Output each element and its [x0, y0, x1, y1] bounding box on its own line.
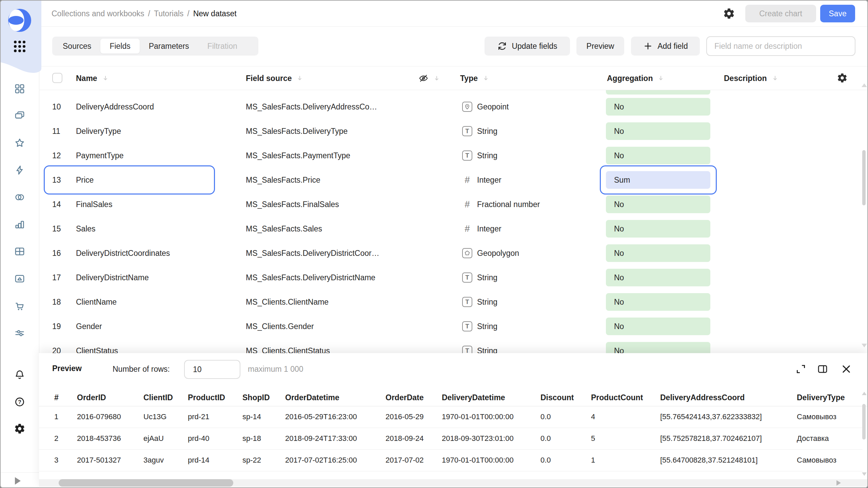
field-type[interactable]: Geopolygon	[462, 248, 519, 258]
field-type[interactable]: #Integer	[462, 224, 501, 234]
lightning-icon[interactable]	[14, 164, 25, 176]
grid-squares-icon[interactable]	[14, 83, 25, 95]
field-type[interactable]: #Integer	[462, 175, 501, 185]
aggregation-select[interactable]: No	[606, 196, 710, 213]
field-type[interactable]: #Fractional number	[462, 199, 540, 210]
aggregation-select[interactable]: No	[606, 98, 710, 116]
apps-grid-icon[interactable]	[14, 41, 25, 52]
aggregation-select[interactable]: No	[606, 269, 710, 286]
layers-icon[interactable]	[14, 110, 25, 122]
field-row[interactable]: 20 ClientStatus MS_Clients.ClientStatus …	[39, 339, 867, 353]
field-type[interactable]: TString	[462, 272, 497, 283]
folder-icon[interactable]	[14, 273, 25, 284]
dataset-settings-gear-icon[interactable]	[723, 7, 735, 20]
number-of-rows-input[interactable]	[184, 360, 240, 379]
aggregation-pill-clipped	[606, 89, 710, 95]
field-type[interactable]: TString	[462, 150, 497, 161]
field-row[interactable]: 17 DeliveryDistrictName MS_SalesFacts.De…	[39, 265, 867, 290]
preview-scroll-down-arrow-icon[interactable]	[862, 472, 867, 476]
column-header-field-source[interactable]: Field source	[246, 74, 303, 83]
breadcrumb-item[interactable]: Tutorials	[154, 9, 183, 18]
bar-chart-icon[interactable]	[14, 219, 25, 230]
field-row[interactable]: 18 ClientName MS_Clients.ClientName TStr…	[39, 290, 867, 314]
field-name[interactable]: DeliveryDistrictCoordinates	[76, 249, 170, 258]
scroll-up-arrow-icon[interactable]	[862, 83, 867, 87]
aggregation-select[interactable]: No	[606, 244, 710, 262]
update-fields-button[interactable]: Update fields	[485, 37, 570, 56]
field-name[interactable]: ClientName	[76, 298, 117, 307]
preview-horizontal-scrollbar-thumb[interactable]	[59, 479, 233, 487]
field-name[interactable]: ClientStatus	[76, 346, 118, 353]
field-type-label: String	[477, 127, 497, 136]
preview-cell: 1	[591, 456, 595, 465]
cart-icon[interactable]	[14, 300, 25, 312]
field-type[interactable]: TString	[462, 126, 497, 136]
gear-icon[interactable]	[14, 423, 25, 434]
preview-button[interactable]: Preview	[576, 37, 624, 56]
column-header-aggregation[interactable]: Aggregation	[607, 74, 664, 83]
preview-column-header: DeliveryType	[797, 393, 845, 402]
aggregation-select[interactable]: No	[606, 342, 710, 353]
column-header-name[interactable]: Name	[76, 74, 109, 83]
field-name[interactable]: Price	[76, 176, 94, 185]
field-row[interactable]: 12 PaymentType MS_SalesFacts.PaymentType…	[39, 143, 867, 168]
datalens-logo[interactable]	[8, 9, 31, 32]
field-type[interactable]: TString	[462, 346, 497, 353]
sort-icon	[772, 75, 778, 82]
field-search-input[interactable]	[706, 36, 855, 56]
preview-scroll-up-arrow-icon[interactable]	[862, 392, 867, 395]
field-row[interactable]: 13 Price MS_SalesFacts.Price #Integer Su…	[39, 168, 867, 192]
field-name[interactable]: DeliveryType	[76, 127, 121, 136]
fields-vertical-scrollbar[interactable]	[862, 150, 866, 205]
scroll-right-arrow-icon[interactable]	[836, 480, 841, 486]
expand-preview-icon[interactable]	[795, 363, 807, 375]
circles-icon[interactable]	[14, 191, 25, 203]
scroll-down-arrow-icon[interactable]	[862, 344, 867, 347]
aggregation-select[interactable]: No	[606, 318, 710, 335]
aggregation-select[interactable]: No	[606, 220, 710, 238]
table-settings-gear-icon[interactable]	[837, 73, 848, 83]
bell-icon[interactable]	[14, 369, 25, 381]
preview-row: 32017-5013273aguvprd-14sp-222017-07-02T1…	[39, 449, 863, 471]
field-name[interactable]: PaymentType	[76, 151, 124, 160]
aggregation-select[interactable]: No	[606, 293, 710, 311]
tab-fields[interactable]: Fields	[100, 39, 139, 54]
aggregation-select[interactable]: Sum	[606, 171, 710, 189]
field-name[interactable]: Sales	[76, 224, 96, 233]
split-view-icon[interactable]	[817, 363, 828, 375]
save-button[interactable]: Save	[820, 5, 855, 22]
create-chart-button[interactable]: Create chart	[745, 5, 816, 22]
sliders-icon[interactable]	[14, 327, 25, 339]
field-type[interactable]: TString	[462, 321, 497, 331]
sort-icon	[657, 75, 664, 82]
preview-vertical-scrollbar[interactable]	[862, 404, 866, 440]
tab-parameters[interactable]: Parameters	[140, 39, 198, 54]
field-row[interactable]: 19 Gender MS_Clients.Gender TString No	[39, 314, 867, 339]
tab-sources[interactable]: Sources	[54, 39, 100, 54]
field-row[interactable]: 10 DeliveryAddressCoord MS_SalesFacts.De…	[39, 95, 867, 119]
field-name[interactable]: DeliveryDistrictName	[76, 273, 149, 282]
column-header-hidden[interactable]	[418, 73, 440, 83]
column-header-type[interactable]: Type	[460, 74, 489, 83]
field-type[interactable]: TString	[462, 297, 497, 307]
field-name[interactable]: DeliveryAddressCoord	[76, 102, 154, 111]
field-row[interactable]: 11 DeliveryType MS_SalesFacts.DeliveryTy…	[39, 119, 867, 143]
breadcrumb-item[interactable]: Collections and workbooks	[52, 9, 144, 18]
help-icon[interactable]	[14, 396, 25, 408]
table-icon[interactable]	[14, 246, 25, 257]
field-type[interactable]: Geopoint	[462, 102, 509, 112]
preview-cell: 3	[54, 456, 58, 465]
star-icon[interactable]	[14, 137, 25, 149]
column-header-description[interactable]: Description	[724, 74, 778, 83]
field-row[interactable]: 15 Sales MS_SalesFacts.Sales #Integer No	[39, 217, 867, 241]
field-name[interactable]: FinalSales	[76, 200, 112, 209]
add-field-button[interactable]: Add field	[631, 37, 700, 56]
field-name[interactable]: Gender	[76, 322, 102, 331]
expand-sidebar-icon[interactable]	[15, 477, 21, 485]
close-preview-icon[interactable]	[841, 363, 852, 375]
field-row[interactable]: 16 DeliveryDistrictCoordinates MS_SalesF…	[39, 241, 867, 265]
field-row[interactable]: 14 FinalSales MS_SalesFacts.FinalSales #…	[39, 192, 867, 217]
select-all-checkbox[interactable]	[52, 73, 62, 83]
aggregation-select[interactable]: No	[606, 147, 710, 164]
aggregation-select[interactable]: No	[606, 122, 710, 140]
